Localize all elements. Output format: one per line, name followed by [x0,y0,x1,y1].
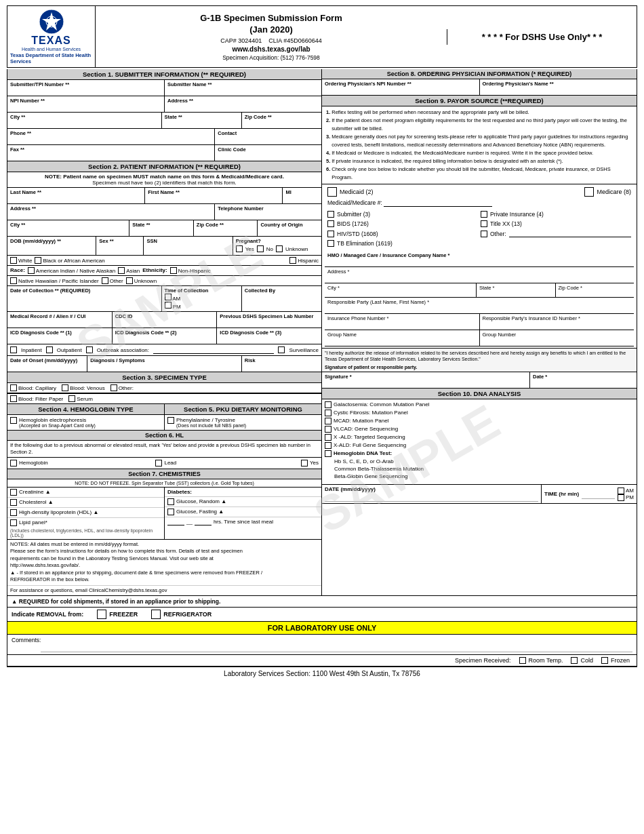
icd1-value[interactable] [10,336,109,342]
title-xx-cb[interactable] [481,220,487,227]
hmo-name-value[interactable] [327,258,631,265]
fax-value[interactable] [10,153,212,159]
tb-elim-cb[interactable] [327,240,334,247]
mcad-cb[interactable] [325,418,331,424]
time-pm-cb[interactable] [618,494,624,501]
hiv-std-cb[interactable] [327,231,334,237]
lipid-cb[interactable] [10,519,17,526]
freezer-cb[interactable] [97,610,106,619]
notes-link[interactable]: http://www.dshs.texas.gov/lab/. [10,562,80,568]
comments-value[interactable] [41,637,632,652]
npi-value[interactable] [10,104,161,111]
black-cb[interactable] [35,257,41,264]
submitter-tpi-value[interactable] [10,87,161,94]
non-hispanic-cb[interactable] [170,267,177,274]
ord-npi-value[interactable] [325,87,477,94]
sig-value[interactable] [325,380,527,386]
blood-venous-cb[interactable] [62,384,68,391]
xald-full-cb[interactable] [325,442,331,449]
pm-cb[interactable] [165,302,172,309]
city-value[interactable] [10,120,159,127]
contact-value[interactable] [218,136,319,143]
address-value[interactable] [167,104,319,111]
cold-cb[interactable] [571,657,578,664]
patient-address-value[interactable] [10,212,212,218]
xald-targeted-cb[interactable] [325,434,331,441]
bids-cb[interactable] [327,220,334,227]
galactosemia-cb[interactable] [325,401,331,408]
room-temp-cb[interactable] [519,657,526,664]
patient-zip-value[interactable] [197,228,255,235]
private-ins-cb[interactable] [481,211,487,218]
outbreak-cb[interactable] [86,346,93,353]
state-value[interactable] [165,120,239,127]
medicaid-cb[interactable] [327,187,337,197]
telephone-value[interactable] [218,212,319,218]
submitter-name-value[interactable] [167,87,319,94]
med-record-value[interactable] [10,319,109,326]
medicare-cb[interactable] [584,187,594,197]
date-bottom-value[interactable] [325,492,538,502]
clinic-code-value[interactable] [218,153,319,159]
collected-by-value[interactable] [245,294,319,300]
blood-cap-cb[interactable] [10,384,17,391]
am-indian-cb[interactable] [28,267,35,274]
am-cb[interactable] [165,294,172,300]
lead-cb[interactable] [155,460,162,466]
cf-cb[interactable] [325,410,331,416]
unknown-race-cb[interactable] [126,277,133,284]
pregnant-no-cb[interactable] [257,245,264,252]
cdc-id-value[interactable] [115,319,214,326]
date-auth-value[interactable] [533,380,634,386]
onset-value[interactable] [10,363,84,370]
glucose-fasting-cb[interactable] [167,509,174,515]
submitter-payor-cb[interactable] [327,211,334,218]
inpatient-cb[interactable] [10,346,17,353]
serum-cb[interactable] [68,395,75,402]
pku-cb[interactable] [167,417,174,424]
patient-state-value[interactable] [132,228,190,235]
asian-cb[interactable] [118,267,125,274]
other-payor-cb[interactable] [481,231,487,237]
date-collection-value[interactable] [10,294,159,300]
hemoglobin-cb[interactable] [10,460,17,466]
prev-dshs-value[interactable] [220,319,319,326]
phone-value[interactable] [10,136,212,143]
pregnant-unknown-cb[interactable] [276,245,283,252]
sex-value[interactable] [99,244,140,251]
creatinine-cb[interactable] [10,489,17,496]
pregnant-yes-cb[interactable] [236,245,243,252]
time-bottom-value[interactable] [582,490,615,499]
dob-value[interactable] [10,244,93,251]
ord-name-value[interactable] [483,87,635,94]
hispanic-cb[interactable] [289,257,296,264]
icd2-value[interactable] [115,336,214,342]
frozen-cb[interactable] [601,657,608,664]
surveillance-cb[interactable] [278,346,285,353]
mi-value[interactable] [285,195,319,202]
outpatient-cb[interactable] [46,346,53,353]
yes-cb[interactable] [301,460,308,466]
pacific-cb[interactable] [10,277,17,284]
first-name-value[interactable] [148,195,279,202]
ssn-value[interactable] [146,244,229,251]
other-cb[interactable] [110,384,117,391]
hgb-dna-cb[interactable] [325,450,331,457]
vlcad-cb[interactable] [325,426,331,433]
white-cb[interactable] [10,257,17,264]
last-name-value[interactable] [10,195,142,202]
country-value[interactable] [260,228,319,235]
refrigerator-cb[interactable] [151,610,161,619]
hgb-electro-cb[interactable] [10,417,17,424]
risk-value[interactable] [245,363,319,370]
other-race-cb[interactable] [102,277,108,284]
patient-city-value[interactable] [10,228,126,235]
diagnosis-value[interactable] [90,363,239,370]
icd3-value[interactable] [220,336,319,342]
cholesterol-cb[interactable] [10,499,17,506]
time-am-cb[interactable] [618,488,624,494]
zip-value[interactable] [245,120,319,127]
glucose-random-cb[interactable] [167,498,174,505]
blood-filter-cb[interactable] [10,395,17,402]
hdl-cb[interactable] [10,509,17,516]
